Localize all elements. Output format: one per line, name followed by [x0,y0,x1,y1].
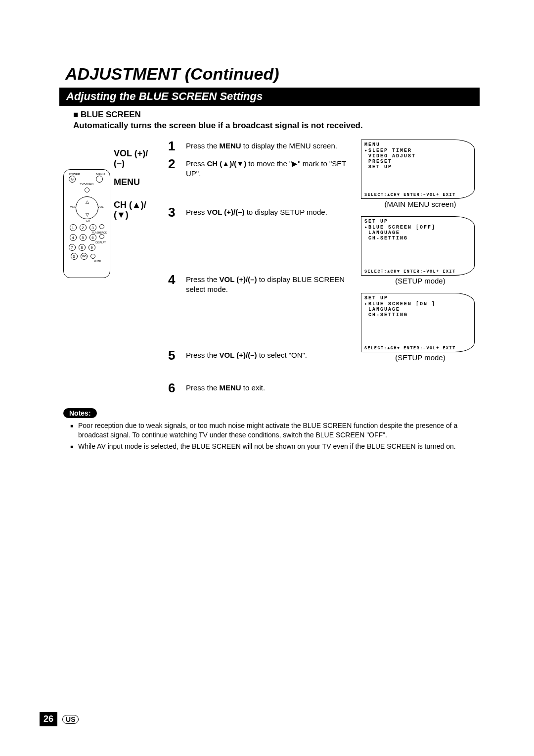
osd-2-caption: (SETUP mode) [361,277,480,285]
keypad-3: 3 [89,224,96,231]
keypad-0: 0 [71,253,78,260]
steps-column: 1 Press the MENU to display the MENU scr… [168,140,351,399]
keypad-100: 100 [81,253,88,260]
step-4: 4 Press the VOL (+)/(–) to display BLUE … [168,273,351,295]
osd-screens-column: MENU SLEEP TIMER VIDEO ADJUST PRESET SET… [351,140,480,399]
osd-3-line-3: CH-SETTING [364,312,471,318]
osd-1-line-4: SET UP [364,164,471,170]
osd-2-footer: SELECT:▲CH▼ ENTER:–VOL+ EXIT [364,269,471,274]
osd-2-line-3: CH-SETTING [364,236,471,241]
nav-up-icon: △ [86,199,89,204]
keypad-6: 6 [89,234,96,241]
nav-down-icon: ▽ [86,212,89,217]
region-badge: US [62,715,79,724]
power-icon: ⏻ [69,176,76,183]
note-1: Poor reception due to weak signals, or t… [70,421,475,440]
osd-3-line-2: LANGUAGE [364,307,471,312]
remote-label-vol-2: (–) [114,158,125,169]
osd-3-line-1: BLUE SCREEN [ON ] [364,301,471,307]
nav-pad-icon: △ ▽ VOL VOL CH [76,196,98,219]
osd-2-line-2: LANGUAGE [364,230,471,236]
keypad-7: 7 [69,244,76,251]
main-title: ADJUSTMENT (Continued) [59,64,480,84]
step-4-text: Press the VOL (+)/(–) to display BLUE SC… [186,273,351,295]
keypad-4: 4 [70,234,77,241]
step-5: 5 Press the VOL (+)/(–) to select "ON". [168,349,351,362]
step-1: 1 Press the MENU to display the MENU scr… [168,140,351,152]
osd-3-caption: (SETUP mode) [361,353,480,362]
osd-1-title: MENU [364,142,471,147]
remote-menu-label: MENU [96,173,105,176]
step-6: 6 Press the MENU to exit. [168,381,351,394]
sub-title: Adjusting the BLUE SCREEN Settings [59,88,480,106]
osd-2-title: SET UP [364,219,471,224]
mute-icon [90,254,95,259]
step-6-text: Press the MENU to exit. [186,381,265,394]
keypad-2: 2 [80,224,87,231]
osd-main-menu: MENU SLEEP TIMER VIDEO ADJUST PRESET SET… [361,140,475,199]
remote-label-ch: CH (▲)/ [114,200,146,210]
osd-3-footer: SELECT:▲CH▼ ENTER:–VOL+ EXIT [364,346,471,351]
nav-vol-minus: VOL [70,205,76,208]
osd-1-footer: SELECT:▲CH▼ ENTER:–VOL+ EXIT [364,192,471,197]
keypad-1: 1 [70,224,77,231]
remote-diagram-column: VOL (+)/ (–) MENU CH (▲)/ (▼) POWER ⏻ ME… [59,140,168,399]
menu-button-icon [96,176,103,183]
step-5-number: 5 [168,349,186,362]
keypad-9: 9 [89,244,95,251]
keypad-8: 8 [79,244,86,251]
step-6-number: 6 [168,381,186,394]
step-5-text: Press the VOL (+)/(–) to select "ON". [186,349,307,362]
remote-mute-label: MUTE [64,260,110,263]
osd-1-caption: (MAIN MENU screen) [361,200,480,208]
osd-1-line-3: PRESET [364,159,471,164]
remote-label-ch-2: (▼) [114,210,129,220]
nav-ch-label: CH [86,219,90,222]
tvvideo-icon [85,188,89,192]
osd-1-line-2: VIDEO ADJUST [364,153,471,159]
osd-2-line-1: BLUE SCREEN [OFF] [364,224,471,230]
page-number: 26 [40,712,57,726]
step-3: 3 Press VOL (+)/(–) to display SETUP mod… [168,206,351,219]
notes-badge: Notes: [63,408,97,418]
notes-list: Poor reception due to weak signals, or t… [70,421,475,451]
remote-label-vol: VOL (+)/ [114,148,148,159]
osd-3-title: SET UP [364,295,471,301]
display-icon [99,234,104,239]
step-4-number: 4 [168,273,186,295]
page-footer: 26 US [40,712,79,726]
step-2-text: Press CH (▲)/(▼) to move the "▶" mark to… [186,157,351,179]
osd-setup-on: SET UP BLUE SCREEN [ON ] LANGUAGE CH-SET… [361,293,475,352]
note-2: While AV input mode is selected, the BLU… [70,442,475,451]
osd-setup-off: SET UP BLUE SCREEN [OFF] LANGUAGE CH-SET… [361,216,475,276]
step-3-number: 3 [168,206,186,219]
intro-description: Automatically turns the screen blue if a… [73,121,480,131]
intro-heading: BLUE SCREEN [73,110,480,120]
step-1-number: 1 [168,140,186,152]
keypad-5: 5 [80,234,87,241]
flashback-icon [99,224,104,229]
remote-power-label: POWER [69,173,80,176]
step-2: 2 Press CH (▲)/(▼) to move the "▶" mark … [168,157,351,179]
step-2-number: 2 [168,157,186,179]
remote-control-illustration: POWER ⏻ MENU TV/VIDEO △ ▽ VOL VOL CH [63,169,110,278]
osd-1-line-1: SLEEP TIMER [364,147,471,153]
remote-label-menu: MENU [114,177,140,188]
step-3-text: Press VOL (+)/(–) to display SETUP mode. [186,206,327,219]
nav-vol-plus: VOL [97,205,103,208]
step-1-text: Press the MENU to display the MENU scree… [186,140,337,152]
